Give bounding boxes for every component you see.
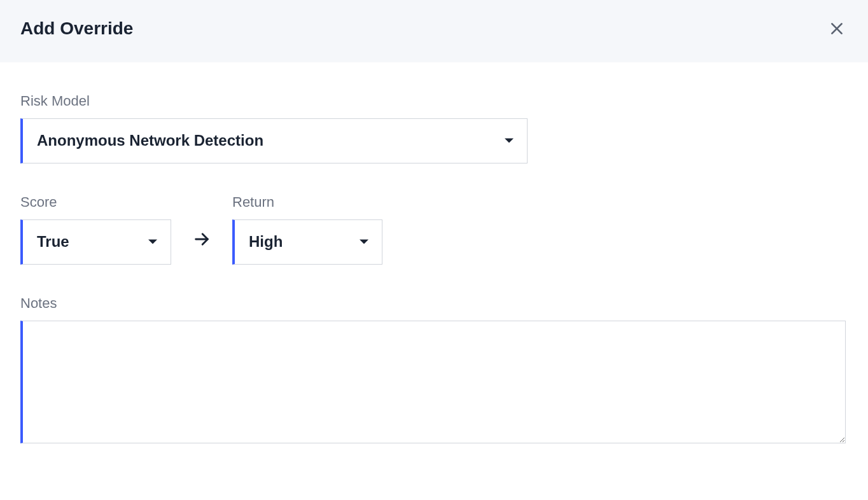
modal-title: Add Override bbox=[20, 18, 133, 39]
score-field: Score True bbox=[20, 194, 171, 265]
score-select[interactable]: True bbox=[20, 219, 171, 265]
score-label: Score bbox=[20, 194, 171, 211]
risk-model-label: Risk Model bbox=[20, 93, 848, 109]
score-select-wrapper: True bbox=[20, 219, 171, 265]
return-select[interactable]: High bbox=[232, 219, 382, 265]
close-button[interactable] bbox=[826, 18, 848, 39]
score-return-row: Score True Return High bbox=[20, 194, 848, 265]
modal-content: Risk Model Anonymous Network Detection S… bbox=[0, 62, 868, 500]
close-icon bbox=[829, 20, 845, 37]
risk-model-field: Risk Model Anonymous Network Detection bbox=[20, 93, 848, 163]
return-select-wrapper: High bbox=[232, 219, 382, 265]
arrow-separator bbox=[171, 214, 232, 265]
risk-model-select[interactable]: Anonymous Network Detection bbox=[20, 118, 528, 163]
arrow-right-icon bbox=[193, 230, 211, 248]
notes-field: Notes bbox=[20, 295, 848, 446]
modal-header: Add Override bbox=[0, 0, 868, 62]
risk-model-select-wrapper: Anonymous Network Detection bbox=[20, 118, 528, 163]
return-label: Return bbox=[232, 194, 382, 211]
return-field: Return High bbox=[232, 194, 382, 265]
notes-textarea[interactable] bbox=[20, 321, 846, 443]
notes-label: Notes bbox=[20, 295, 848, 312]
